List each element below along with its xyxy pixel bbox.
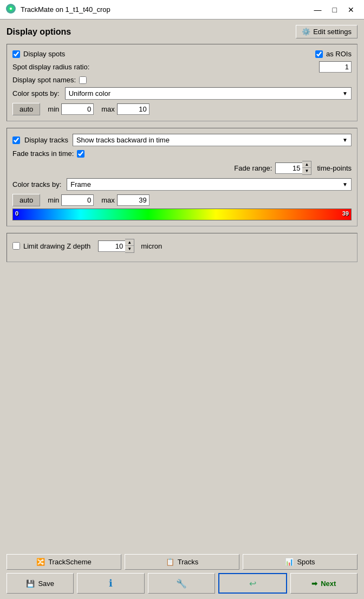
display-options-header: Display options ⚙️ Edit settings <box>6 25 358 38</box>
z-depth-panel: Limit drawing Z depth ▲ ▼ micron <box>6 233 358 262</box>
as-rois-label: as ROIs <box>326 50 352 58</box>
spots-min-label: min <box>48 105 59 113</box>
z-depth-spinner: ▲ ▼ <box>98 239 134 253</box>
spots-min-max-row: auto min max <box>12 103 352 115</box>
fade-range-spinner: ▲ ▼ <box>275 161 311 175</box>
back-button[interactable]: ↩ <box>218 573 287 594</box>
spots-min-input[interactable] <box>61 103 94 115</box>
tracks-auto-button[interactable]: auto <box>12 194 40 206</box>
tracks-min-input[interactable] <box>61 194 94 206</box>
save-icon: 💾 <box>26 580 35 588</box>
color-tracks-label: Color tracks by: <box>12 180 61 188</box>
gear-icon: ⚙️ <box>302 28 310 36</box>
tracks-icon: 📋 <box>166 558 174 566</box>
nav-row: 💾 Save ℹ 🔧 ↩ ➡ Next <box>6 573 358 594</box>
display-tracks-checkbox[interactable] <box>12 136 20 144</box>
tracks-min-label: min <box>48 196 59 204</box>
spots-label: Spots <box>297 558 315 566</box>
info-button[interactable]: ℹ <box>77 573 144 594</box>
trackscheme-icon: 🔀 <box>36 558 45 566</box>
maximize-button[interactable]: □ <box>328 5 341 15</box>
color-gradient-bar: 0 39 <box>12 209 352 220</box>
section-title: Display options <box>6 27 71 37</box>
as-rois-checkbox[interactable] <box>315 50 323 58</box>
save-button[interactable]: 💾 Save <box>6 573 74 594</box>
close-button[interactable]: ✕ <box>343 5 359 15</box>
spots-auto-button[interactable]: auto <box>12 103 40 115</box>
color-tracks-value: Frame <box>70 180 91 188</box>
show-tracks-value: Show tracks backward in time <box>76 136 170 144</box>
fade-range-down-button[interactable]: ▼ <box>302 168 311 174</box>
next-icon: ➡ <box>311 580 317 588</box>
chevron-down-icon: ▼ <box>342 90 348 96</box>
radius-ratio-label: Spot display radius ratio: <box>12 63 89 71</box>
display-tracks-row: Display tracks Show tracks backward in t… <box>12 134 352 146</box>
app-icon <box>5 3 16 16</box>
color-spots-dropdown[interactable]: Uniform color ▼ <box>65 87 352 100</box>
fade-range-up-button[interactable]: ▲ <box>302 161 311 168</box>
radius-ratio-input[interactable] <box>319 61 352 73</box>
fade-tracks-label: Fade tracks in time: <box>12 149 74 158</box>
display-spots-row: Display spots as ROIs <box>12 50 352 58</box>
micron-label: micron <box>141 242 162 250</box>
color-tracks-dropdown[interactable]: Frame ▼ <box>67 178 352 191</box>
gradient-max-label: 39 <box>342 210 349 217</box>
z-depth-input[interactable] <box>98 240 125 252</box>
chevron-down-icon: ▼ <box>342 137 348 143</box>
info-icon: ℹ <box>109 577 113 589</box>
edit-settings-button[interactable]: ⚙️ Edit settings <box>296 25 358 38</box>
trackscheme-label: TrackScheme <box>48 558 92 566</box>
spots-panel: Display spots as ROIs Spot display radiu… <box>6 44 358 121</box>
fade-range-row: Fade range: ▲ ▼ time-points <box>12 161 352 175</box>
z-depth-up-button[interactable]: ▲ <box>125 239 134 246</box>
show-tracks-dropdown[interactable]: Show tracks backward in time ▼ <box>73 134 352 146</box>
color-spots-row: Color spots by: Uniform color ▼ <box>12 87 352 100</box>
svg-point-2 <box>10 8 12 10</box>
window-controls: — □ ✕ <box>310 5 359 15</box>
save-label: Save <box>38 580 54 588</box>
gradient-min-label: 0 <box>15 210 18 217</box>
radius-ratio-row: Spot display radius ratio: <box>12 61 352 73</box>
spots-icon: 📊 <box>285 558 294 566</box>
title-bar: TrackMate on 1_t1_t40_crop — □ ✕ <box>0 0 364 19</box>
color-tracks-row: Color tracks by: Frame ▼ <box>12 178 352 191</box>
settings-button[interactable]: 🔧 <box>148 573 215 594</box>
display-spots-checkbox[interactable] <box>12 50 20 58</box>
z-depth-label: Limit drawing Z depth <box>23 242 90 250</box>
display-names-row: Display spot names: <box>12 76 352 84</box>
main-content: Display options ⚙️ Edit settings Display… <box>0 19 364 599</box>
content-spacer <box>6 269 358 549</box>
color-spots-value: Uniform color <box>69 89 110 97</box>
time-points-label: time-points <box>317 164 352 172</box>
bottom-section: 🔀 TrackScheme 📋 Tracks 📊 Spots 💾 Save ℹ … <box>6 549 358 594</box>
spots-button[interactable]: 📊 Spots <box>243 554 358 570</box>
z-depth-down-button[interactable]: ▼ <box>125 246 134 252</box>
display-names-checkbox[interactable] <box>79 76 87 84</box>
tracks-panel: Display tracks Show tracks backward in t… <box>6 128 358 226</box>
fade-range-label: Fade range: <box>234 164 272 172</box>
next-label: Next <box>321 580 336 588</box>
trackscheme-button[interactable]: 🔀 TrackScheme <box>6 554 121 570</box>
next-button[interactable]: ➡ Next <box>290 573 358 594</box>
z-depth-row: Limit drawing Z depth ▲ ▼ micron <box>12 239 352 253</box>
z-depth-checkbox[interactable] <box>12 242 20 250</box>
display-spots-label: Display spots <box>23 50 65 58</box>
display-tracks-label: Display tracks <box>24 136 68 144</box>
display-names-label: Display spot names: <box>12 76 76 84</box>
fade-range-input[interactable] <box>275 162 302 174</box>
tracks-button[interactable]: 📋 Tracks <box>125 554 239 570</box>
wrench-icon: 🔧 <box>176 578 187 589</box>
edit-settings-label: Edit settings <box>313 28 352 36</box>
spots-max-label: max <box>101 105 115 113</box>
back-icon: ↩ <box>249 578 256 589</box>
fade-tracks-checkbox[interactable] <box>77 150 84 158</box>
tracks-max-input[interactable] <box>117 194 150 206</box>
tracks-label: Tracks <box>178 558 199 566</box>
minimize-button[interactable]: — <box>310 5 326 15</box>
window-title: TrackMate on 1_t1_t40_crop <box>21 5 110 14</box>
chevron-down-icon: ▼ <box>342 181 348 187</box>
tracks-min-max-row: auto min max <box>12 194 352 206</box>
tracks-max-label: max <box>101 196 115 204</box>
bottom-buttons-row: 🔀 TrackScheme 📋 Tracks 📊 Spots <box>6 554 358 570</box>
spots-max-input[interactable] <box>117 103 150 115</box>
